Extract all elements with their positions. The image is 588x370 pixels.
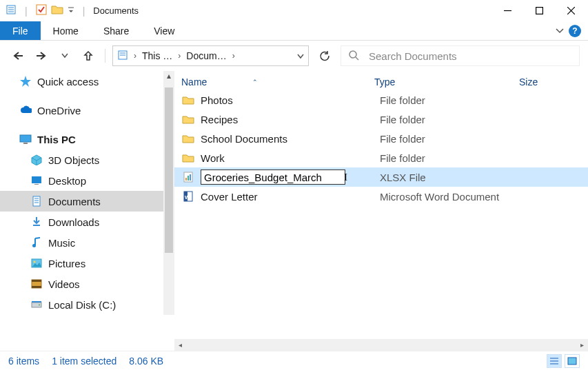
file-name: School Documents — [201, 133, 380, 145]
folder-icon[interactable] — [51, 4, 63, 17]
scroll-up-icon[interactable]: ▴ — [167, 71, 171, 81]
quick-access-toolbar: | | — [6, 4, 89, 17]
nav-label: Desktop — [48, 175, 86, 187]
nav-label: Pictures — [48, 258, 85, 269]
svg-rect-31 — [32, 286, 41, 288]
star-icon — [19, 75, 32, 88]
cube-icon — [30, 154, 43, 166]
chevron-right-icon[interactable]: › — [134, 51, 136, 61]
separator: | — [25, 6, 28, 17]
nav-label: Videos — [48, 278, 80, 290]
file-tab[interactable]: File — [0, 21, 41, 40]
folder-icon — [181, 153, 195, 163]
nav-music[interactable]: Music — [0, 232, 163, 253]
tab-share[interactable]: Share — [91, 21, 141, 40]
minimize-button[interactable] — [491, 1, 523, 21]
file-row[interactable]: IXLSX File — [174, 167, 588, 187]
file-name: Cover Letter — [201, 191, 380, 203]
nav-pictures[interactable]: Pictures — [0, 253, 163, 274]
svg-point-26 — [32, 244, 36, 247]
content-hscrollbar[interactable]: ◂ ▸ — [174, 339, 588, 351]
scrollbar-thumb[interactable] — [165, 88, 173, 253]
ribbon-collapse-button[interactable] — [555, 25, 565, 37]
nav-3d-objects[interactable]: 3D Objects — [0, 150, 163, 170]
docx-icon: W — [181, 191, 195, 202]
view-switcher — [547, 354, 580, 368]
separator: | — [83, 6, 85, 17]
scroll-right-icon[interactable]: ▸ — [576, 341, 588, 349]
status-selected-count: 1 item selected — [52, 356, 116, 367]
properties-icon[interactable] — [6, 4, 17, 17]
file-row[interactable]: PhotosFile folder — [174, 90, 588, 110]
content-pane: Name⌃ Type Size PhotosFile folderRecipes… — [174, 71, 588, 351]
checkmark-icon[interactable] — [36, 4, 47, 17]
svg-point-15 — [349, 51, 356, 58]
breadcrumb-documents[interactable]: Docum… — [186, 50, 226, 61]
column-type[interactable]: Type — [374, 76, 519, 88]
separator — [105, 49, 105, 63]
address-dropdown-button[interactable] — [297, 50, 304, 61]
nav-label: 3D Objects — [48, 154, 99, 166]
refresh-button[interactable] — [313, 45, 336, 66]
nav-label: OneDrive — [37, 105, 81, 116]
navpane-scrollbar[interactable]: ▴ — [163, 71, 174, 315]
file-list: PhotosFile folderRecipesFile folderSchoo… — [174, 90, 588, 339]
status-bar: 6 items 1 item selected 8.06 KB — [0, 351, 588, 370]
nav-videos[interactable]: Videos — [0, 274, 163, 294]
nav-quick-access[interactable]: Quick access — [0, 71, 163, 92]
column-name[interactable]: Name⌃ — [181, 76, 374, 88]
folder-icon — [181, 134, 195, 144]
folder-icon — [181, 114, 195, 125]
back-button[interactable] — [8, 46, 28, 65]
search-box[interactable] — [341, 45, 580, 66]
text-cursor-icon: I — [344, 172, 347, 183]
svg-point-28 — [34, 261, 36, 263]
scroll-left-icon[interactable]: ◂ — [174, 341, 186, 349]
file-name: Work — [201, 152, 380, 164]
nav-label: Documents — [48, 196, 101, 207]
maximize-button[interactable] — [523, 1, 555, 21]
up-button[interactable] — [79, 46, 98, 65]
close-button[interactable] — [555, 1, 587, 21]
nav-label: This PC — [37, 134, 76, 145]
file-row[interactable]: WCover LetterMicrosoft Word Document — [174, 187, 588, 206]
svg-rect-36 — [185, 178, 187, 181]
file-name: Photos — [201, 94, 380, 106]
svg-point-33 — [39, 305, 40, 306]
breadcrumb-thispc[interactable]: This … — [142, 50, 172, 61]
drive-icon — [30, 298, 43, 311]
help-button[interactable]: ? — [569, 25, 581, 37]
nav-this-pc[interactable]: This PC — [0, 129, 163, 150]
download-icon — [30, 216, 43, 228]
rename-input[interactable] — [201, 169, 345, 185]
tab-home[interactable]: Home — [41, 21, 91, 40]
cloud-icon — [19, 104, 32, 116]
svg-rect-45 — [568, 358, 576, 364]
file-row[interactable]: School DocumentsFile folder — [174, 129, 588, 148]
column-headers: Name⌃ Type Size — [174, 71, 588, 90]
details-view-button[interactable] — [547, 354, 562, 368]
file-row[interactable]: RecipesFile folder — [174, 110, 588, 129]
chevron-right-icon[interactable]: › — [232, 51, 235, 61]
nav-local-disk[interactable]: Local Disk (C:) — [0, 294, 163, 315]
column-size[interactable]: Size — [519, 76, 581, 88]
nav-downloads[interactable]: Downloads — [0, 212, 163, 232]
nav-desktop[interactable]: Desktop — [0, 170, 163, 191]
search-input[interactable] — [369, 50, 572, 62]
file-type: File folder — [380, 133, 525, 145]
address-bar[interactable]: › This … › Docum… › — [112, 45, 309, 66]
thumbnails-view-button[interactable] — [565, 354, 580, 368]
forward-button[interactable] — [32, 46, 51, 65]
svg-text:W: W — [185, 194, 190, 201]
recent-locations-button[interactable] — [55, 46, 74, 65]
chevron-right-icon[interactable]: › — [178, 51, 181, 61]
tab-view[interactable]: View — [141, 21, 187, 40]
file-row[interactable]: WorkFile folder — [174, 148, 588, 167]
pictures-icon — [30, 257, 43, 269]
nav-documents[interactable]: Documents — [0, 191, 163, 212]
document-icon — [30, 195, 43, 207]
nav-onedrive[interactable]: OneDrive — [0, 100, 163, 121]
qat-dropdown-icon[interactable] — [68, 6, 74, 17]
navigation-toolbar: › This … › Docum… › — [0, 41, 588, 71]
file-type: XLSX File — [380, 172, 525, 183]
